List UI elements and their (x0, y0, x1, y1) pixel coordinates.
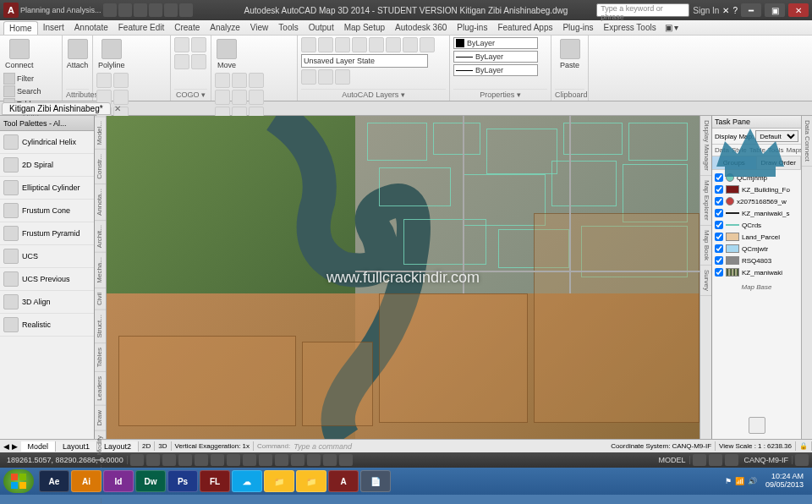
palette-item-frustum-cone[interactable]: Frustum Cone (0, 200, 94, 222)
help-icon[interactable]: ? (732, 6, 738, 15)
layer-land_parcel[interactable]: Land_Parcel (714, 231, 799, 243)
2d-toggle[interactable]: 2D (139, 441, 155, 451)
ribbon-tab-analyze[interactable]: Analyze (205, 21, 245, 34)
search-button[interactable]: Search (3, 85, 41, 97)
layer-checkbox[interactable] (715, 268, 723, 277)
taskbar-app-10[interactable]: 📄 (360, 470, 391, 492)
paste-button[interactable]: Paste (555, 37, 584, 71)
tray-volume-icon[interactable]: 🔊 (748, 477, 757, 485)
minimize-button[interactable]: ━ (741, 3, 761, 17)
vert-exag[interactable]: Vertical Exaggeration: 1x (172, 441, 255, 451)
palette-item-3d-align[interactable]: 3D Align (0, 291, 94, 314)
ribbon-tab-output[interactable]: Output (304, 21, 339, 34)
system-tray[interactable]: ⚑ 📶 🔊 10:24 AM 09/05/2013 (725, 473, 809, 490)
qat-undo-icon[interactable] (149, 3, 162, 17)
start-button[interactable] (3, 469, 34, 493)
ribbon-tab-insert[interactable]: Insert (38, 21, 69, 34)
layer-checkbox[interactable] (715, 209, 723, 217)
layer-tool-6[interactable] (386, 37, 401, 52)
scale-lock-icon[interactable]: 🔒 (796, 441, 812, 451)
task-pane-title[interactable]: Task Pane (712, 116, 801, 129)
taskbar-app-3[interactable]: Dw (135, 470, 166, 492)
tp-tool-table[interactable]: Table (749, 146, 765, 154)
palette-item-2d-spiral[interactable]: 2D Spiral (0, 154, 94, 177)
layer-checkbox[interactable] (715, 173, 723, 182)
layer-kz_maniwaki[interactable]: KZ_maniwaki (714, 266, 799, 278)
palette-cat-civil[interactable]: Civil (95, 288, 106, 310)
palette-cat-annota[interactable]: Annota... (95, 184, 106, 220)
tpy-toggle[interactable] (291, 454, 304, 466)
palette-cat-mecha[interactable]: Mecha... (95, 252, 106, 288)
3d-toggle[interactable]: 3D (155, 441, 171, 451)
mirror-tool[interactable] (232, 90, 247, 105)
command-input[interactable]: Type a command (294, 442, 604, 451)
fillet-tool[interactable] (249, 90, 264, 105)
cogo-tool-4[interactable] (191, 54, 206, 69)
document-tab[interactable]: Kitigan Zibi Anishinabeg* (2, 102, 111, 115)
palette-item-cylindrical-helix[interactable]: Cylindrical Helix (0, 131, 94, 154)
data-connect-tab[interactable]: Data Connect (801, 116, 812, 439)
polyline-button[interactable]: Polyline (96, 37, 127, 71)
layer-checkbox[interactable] (715, 233, 723, 241)
layer-props-button[interactable] (301, 37, 316, 52)
taskbar-app-5[interactable]: FL (200, 470, 230, 492)
taskbar-app-2[interactable]: Id (103, 470, 134, 492)
qat-redo-icon[interactable] (164, 3, 178, 17)
layer-tool-8[interactable] (420, 37, 435, 52)
palette-cat-constr[interactable]: Constr... (95, 149, 106, 184)
ribbon-tab-express-tools[interactable]: Express Tools (599, 21, 661, 34)
layer-checkbox[interactable] (715, 244, 723, 253)
qat-new-icon[interactable] (103, 3, 117, 17)
layout1-tab[interactable]: Layout1 (56, 441, 97, 452)
status-tool-1[interactable] (693, 454, 706, 466)
ribbon-tab-map-setup[interactable]: Map Setup (339, 21, 390, 34)
nav-arrows[interactable]: ◀ ▶ (0, 442, 21, 451)
tray-flag-icon[interactable]: ⚑ (725, 477, 732, 485)
ribbon-tab-autodesk-360[interactable]: Autodesk 360 (390, 21, 452, 34)
ribbon-tab-home[interactable]: Home (3, 21, 38, 35)
cogo-tool-3[interactable] (174, 54, 189, 69)
tp-subtab-groups[interactable]: Groups (712, 156, 757, 169)
layer-off-button[interactable] (318, 37, 333, 52)
filter-button[interactable]: Filter (3, 73, 41, 85)
layer-tool-11[interactable] (335, 69, 350, 85)
cogo-tool-2[interactable] (191, 37, 206, 52)
palette-item-frustum-pyramid[interactable]: Frustum Pyramid (0, 222, 94, 245)
panel-label-props[interactable]: Properties ▾ (453, 89, 547, 99)
workspace-label[interactable]: Planning and Analysis... (20, 6, 102, 14)
palette-cat-draw[interactable]: Draw (95, 405, 106, 430)
cogo-tool-1[interactable] (174, 37, 189, 52)
linetype-combo[interactable]: ByLayer (453, 64, 538, 76)
status-tool-4[interactable] (795, 454, 809, 466)
close-button[interactable]: ✕ (788, 3, 809, 17)
status-tool-2[interactable] (709, 454, 722, 466)
taskbar-app-7[interactable]: 📁 (264, 470, 294, 492)
trim-tool[interactable] (232, 73, 247, 88)
rect-tool[interactable] (113, 90, 129, 105)
layer-x2075168569_w[interactable]: x2075168569_w (714, 195, 799, 207)
tp-tool-style[interactable]: Style (732, 146, 747, 154)
layer-tool-5[interactable] (369, 37, 384, 52)
drawing-canvas[interactable]: www.fullcrackindir.com (107, 116, 700, 439)
panel-label-cogo[interactable]: COGO ▾ (174, 89, 207, 99)
am-toggle[interactable] (339, 454, 353, 466)
qp-toggle[interactable] (307, 454, 321, 466)
taskbar-app-1[interactable]: Ai (71, 470, 102, 492)
coord-sys-pane[interactable]: Coordinate System: CANQ-M9-IF (607, 441, 716, 451)
qat-open-icon[interactable] (118, 3, 132, 17)
grid-toggle[interactable] (146, 454, 160, 466)
exchange-icon[interactable]: ✕ (722, 6, 729, 15)
layer-tool-10[interactable] (318, 69, 333, 85)
layer-checkbox[interactable] (715, 185, 723, 194)
ribbon-tab-view[interactable]: View (245, 21, 274, 34)
rotate-tool[interactable] (215, 73, 230, 88)
layer-qcrds[interactable]: QCrds (714, 219, 799, 231)
3dosnap-toggle[interactable] (211, 454, 224, 466)
palette-cat-modify[interactable]: Modify (95, 430, 106, 460)
layer-kz_building_fo[interactable]: KZ_Building_Fo (714, 184, 799, 195)
color-combo[interactable]: ByLayer (453, 37, 538, 49)
dyn-toggle[interactable] (259, 454, 272, 466)
new-tab-button[interactable]: ✕ (114, 104, 121, 113)
layer-kz_maniwaki_s[interactable]: KZ_maniwaki_s (714, 207, 799, 219)
tool-palettes-title[interactable]: Tool Palettes - Al... (0, 116, 94, 131)
